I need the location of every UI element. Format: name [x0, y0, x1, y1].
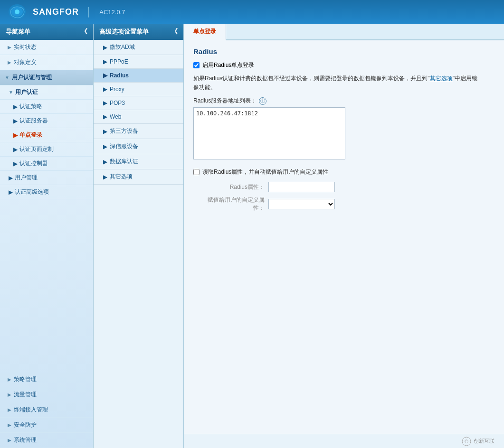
sidebar-item-single-login[interactable]: ▶ 单点登录 [0, 128, 93, 142]
sidebar-item-policy-mgmt[interactable]: ▶ 策略管理 [0, 372, 93, 387]
sidebar: 导航菜单 《 ▶ 实时状态 ▶ 对象定义 ▼ 用户认证与管理 ▼ 用户认证 ▶ … [0, 24, 94, 448]
middle-panel: 高级选项设置菜单 《 ▶ 微软AD域 ▶ PPPoE ▶ Radius ▶ Pr… [94, 24, 184, 448]
sidebar-header: 导航菜单 《 [0, 24, 93, 40]
sidebar-label-user-auth-sub: 用户认证 [15, 88, 38, 96]
arrow-icon-deep-service: ▶ [103, 143, 107, 150]
sidebar-label-auth-advanced: 认证高级选项 [15, 188, 49, 196]
info-text-part1: 如果Radius认证和计费的数据包不经过本设备，则需要把登录的数据包镜像到本设备… [193, 75, 430, 82]
radius-attr-row: Radius属性： [193, 182, 494, 192]
arrow-icon-ad-domain: ▶ [103, 44, 107, 51]
tab-single-login[interactable]: 单点登录 [184, 24, 226, 40]
enable-radius-checkbox[interactable] [193, 62, 200, 68]
arrow-icon-third-party: ▶ [103, 128, 107, 135]
middle-label-proxy: Proxy [110, 86, 124, 93]
sidebar-item-flow-mgmt[interactable]: ▶ 流量管理 [0, 387, 93, 402]
middle-item-third-party[interactable]: ▶ 第三方设备 [94, 124, 183, 139]
middle-item-proxy[interactable]: ▶ Proxy [94, 83, 183, 96]
app-version: AC12.0.7 [99, 9, 125, 16]
middle-item-pppoe[interactable]: ▶ PPPoE [94, 55, 183, 69]
sidebar-item-auth-advanced[interactable]: ▶ 认证高级选项 [0, 185, 93, 199]
sidebar-item-auth-page[interactable]: ▶ 认证页面定制 [0, 142, 93, 157]
arrow-icon-realtime: ▶ [8, 45, 11, 50]
enable-radius-row: 启用Radius单点登录 [193, 61, 494, 69]
middle-label-db-auth: 数据库认证 [110, 158, 138, 166]
sidebar-item-objects[interactable]: ▶ 对象定义 [0, 55, 93, 70]
sidebar-item-auth-controller[interactable]: ▶ 认证控制器 [0, 157, 93, 171]
enable-radius-label: 启用Radius单点登录 [202, 61, 254, 69]
assign-attr-select[interactable] [268, 199, 335, 209]
svg-point-2 [15, 9, 19, 14]
middle-item-other-options[interactable]: ▶ 其它选项 [94, 169, 183, 185]
server-list-info-icon[interactable]: ⓘ [259, 97, 266, 105]
arrow-icon-user-mgmt: ▶ [9, 175, 13, 181]
arrow-icon-policy-mgmt: ▶ [8, 377, 11, 382]
middle-label-deep-service: 深信服设备 [110, 142, 138, 150]
sidebar-item-terminal-access[interactable]: ▶ 终端接入管理 [0, 402, 93, 418]
sidebar-item-security[interactable]: ▶ 安全防护 [0, 418, 93, 433]
arrow-icon-other-options: ▶ [103, 174, 107, 180]
arrow-icon-objects: ▶ [8, 60, 11, 65]
middle-item-pop3[interactable]: ▶ POP3 [94, 96, 183, 110]
sidebar-label-auth-server: 认证服务器 [19, 117, 48, 125]
middle-collapse-icon[interactable]: 《 [171, 28, 178, 36]
sidebar-item-user-auth-sub[interactable]: ▼ 用户认证 [0, 85, 93, 100]
brand-name: SANGFOR [33, 7, 79, 17]
server-list-field-label: Radius服务器地址列表： ⓘ [193, 97, 494, 105]
sidebar-label-realtime: 实时状态 [14, 43, 37, 51]
read-radius-attr-label: 读取Radius属性，并自动赋值给用户的自定义属性 [202, 168, 328, 176]
sidebar-label-auth-controller: 认证控制器 [19, 159, 48, 168]
sidebar-label-single-login: 单点登录 [19, 131, 42, 139]
arrow-icon-db-auth: ▶ [103, 159, 107, 165]
section-title: Radius [193, 47, 494, 56]
sidebar-collapse-icon[interactable]: 《 [81, 28, 87, 36]
middle-label-ad-domain: 微软AD域 [110, 43, 135, 51]
middle-item-ad-domain[interactable]: ▶ 微软AD域 [94, 40, 183, 55]
sidebar-label-objects: 对象定义 [14, 58, 37, 66]
sidebar-item-user-mgmt[interactable]: ▶ 用户管理 [0, 171, 93, 185]
middle-item-web[interactable]: ▶ Web [94, 110, 183, 124]
header-divider: │ [86, 7, 92, 17]
middle-panel-header: 高级选项设置菜单 《 [94, 24, 183, 40]
sidebar-item-system-mgmt[interactable]: ▶ 系统管理 [0, 433, 93, 448]
read-radius-attr-checkbox[interactable] [193, 169, 200, 175]
middle-item-radius[interactable]: ▶ Radius [94, 69, 183, 83]
sidebar-label-terminal-access: 终端接入管理 [14, 406, 48, 414]
arrow-icon-pop3: ▶ [103, 100, 107, 106]
sidebar-item-auth-policy[interactable]: ▶ 认证策略 [0, 100, 93, 114]
arrow-icon-pppoe: ▶ [103, 58, 107, 65]
arrow-icon-auth-controller: ▶ [13, 160, 18, 167]
arrow-icon-web: ▶ [103, 113, 107, 120]
middle-label-pop3: POP3 [110, 100, 125, 106]
tab-bar: 单点登录 [184, 24, 504, 40]
arrow-icon-terminal-access: ▶ [8, 407, 11, 412]
sidebar-item-user-auth[interactable]: ▼ 用户认证与管理 [0, 70, 93, 85]
middle-item-deep-service[interactable]: ▶ 深信服设备 [94, 139, 183, 154]
sidebar-label-policy-mgmt: 策略管理 [14, 375, 37, 383]
header: SANGFOR │ AC12.0.7 [0, 0, 504, 24]
main-layout: 导航菜单 《 ▶ 实时状态 ▶ 对象定义 ▼ 用户认证与管理 ▼ 用户认证 ▶ … [0, 24, 504, 448]
arrow-icon-auth-policy: ▶ [13, 103, 18, 110]
arrow-icon-security: ▶ [8, 422, 11, 428]
radius-attr-input[interactable] [268, 182, 335, 192]
content-body: Radius 启用Radius单点登录 如果Radius认证和计费的数据包不经过… [184, 40, 504, 434]
watermark-icon: © [462, 437, 471, 446]
middle-item-db-auth[interactable]: ▶ 数据库认证 [94, 154, 183, 169]
content-area: 单点登录 Radius 启用Radius单点登录 如果Radius认证和计费的数… [184, 24, 504, 448]
arrow-icon-user-auth: ▼ [5, 75, 10, 80]
tab-single-login-label: 单点登录 [193, 28, 216, 35]
sidebar-label-flow-mgmt: 流量管理 [14, 391, 37, 399]
middle-label-web: Web [110, 113, 121, 120]
other-options-link[interactable]: 其它选项 [430, 75, 453, 82]
sidebar-title: 导航菜单 [6, 28, 30, 36]
content-footer: © 创新互联 [184, 434, 504, 448]
middle-panel-title: 高级选项设置菜单 [99, 28, 149, 36]
middle-label-pppoe: PPPoE [110, 58, 128, 65]
server-list-textarea[interactable]: <span data-bind="content.server_list_val… [193, 107, 345, 159]
sidebar-item-auth-server[interactable]: ▶ 认证服务器 [0, 114, 93, 128]
arrow-icon-single-login: ▶ [13, 132, 18, 139]
sidebar-item-realtime[interactable]: ▶ 实时状态 [0, 40, 93, 55]
sidebar-label-system-mgmt: 系统管理 [14, 436, 37, 444]
other-options-link-text: 其它选项 [430, 75, 453, 82]
arrow-icon-flow-mgmt: ▶ [8, 392, 11, 397]
read-radius-attr-row: 读取Radius属性，并自动赋值给用户的自定义属性 [193, 168, 494, 176]
